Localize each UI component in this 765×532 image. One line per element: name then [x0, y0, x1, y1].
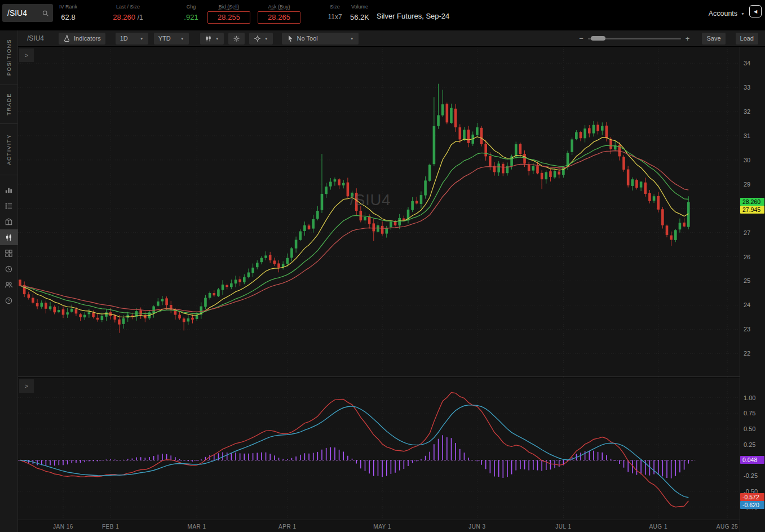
last-size-field: Last / Size 28.260 /1	[109, 4, 147, 21]
price-axis-label: 29	[744, 181, 750, 188]
panel-toggle-icon[interactable]: ◀	[749, 5, 762, 17]
range-dropdown[interactable]: YTD ▼	[154, 33, 189, 45]
size-field: Size 11x7	[325, 4, 345, 21]
drawing-tool-dropdown[interactable]: No Tool ▼	[282, 33, 359, 45]
time-axis-label: AUG 1	[649, 524, 667, 530]
time-axis-label: JUL 1	[555, 524, 571, 530]
timeframe-value: 1D	[120, 35, 128, 42]
sidebar-icon-rail: ?	[0, 182, 17, 308]
bid-field: Bid (Sell) 28.255	[207, 4, 250, 24]
crosshair-dropdown[interactable]: ▼	[249, 33, 273, 45]
macd-axis-label: 0.50	[744, 425, 755, 432]
left-sidebar: POSITIONS TRADE ACTIVITY	[0, 30, 18, 532]
last-size-label: Last / Size	[109, 4, 147, 10]
indicators-label: Indicators	[74, 35, 101, 42]
price-axis-label: 27	[744, 229, 750, 236]
time-axis-label: JUN 3	[468, 524, 485, 530]
zoom-out-icon[interactable]: −	[579, 34, 583, 43]
ask-label: Ask (Buy)	[258, 4, 300, 10]
sidebar-tab-positions[interactable]: POSITIONS	[0, 30, 17, 85]
symbol-search-input[interactable]: /SIU4	[2, 4, 53, 22]
chevron-down-icon: ▼	[741, 12, 745, 16]
bid-label: Bid (Sell)	[207, 4, 250, 10]
chart-settings-button[interactable]	[228, 33, 245, 45]
load-button[interactable]: Load	[736, 33, 758, 45]
chg-value: .921	[180, 13, 202, 21]
candlestick-type-icon	[205, 35, 212, 42]
time-axis-label: MAR 1	[188, 524, 206, 530]
expand-price-pane-button[interactable]: >	[19, 48, 34, 62]
quote-bar: /SIU4 IV Rank 62.8 Last / Size 28.260 /1…	[0, 0, 765, 30]
tool-label: No Tool	[297, 35, 347, 42]
chevron-down-icon: ▼	[264, 37, 268, 41]
price-axis-label: 30	[744, 157, 750, 163]
size-label: Size	[325, 4, 345, 10]
timeframe-dropdown[interactable]: 1D ▼	[116, 33, 148, 45]
ma-value-marker: 27.945	[740, 206, 764, 214]
time-axis-label: AUG 25	[717, 524, 739, 530]
save-button[interactable]: Save	[702, 33, 725, 45]
range-value: YTD	[158, 35, 171, 42]
price-axis-label: 23	[744, 326, 750, 333]
crosshair-icon	[254, 35, 261, 42]
time-axis-label: APR 1	[278, 524, 296, 530]
sidebar-tab-activity-label: ACTIVITY	[6, 134, 12, 165]
volume-value: 56.2K	[347, 13, 372, 21]
history-clock-icon[interactable]	[0, 261, 18, 277]
last-size: /1	[138, 14, 143, 21]
accounts-menu[interactable]: Accounts ▼	[709, 10, 745, 17]
grid-icon[interactable]	[0, 245, 18, 261]
price-axis-label: 26	[744, 254, 750, 260]
macd-pane[interactable]: >	[18, 378, 740, 520]
people-icon[interactable]	[0, 277, 18, 292]
price-chart-pane[interactable]: /SIU4 >	[18, 47, 740, 377]
size-value: 11x7	[325, 13, 345, 21]
bar-chart-icon[interactable]	[0, 182, 18, 198]
symbol-value: /SIU4	[7, 8, 42, 17]
ask-button[interactable]: 28.265	[258, 11, 300, 24]
ask-field: Ask (Buy) 28.265	[258, 4, 300, 24]
zoom-slider[interactable]	[588, 38, 681, 39]
candlestick-chart[interactable]	[18, 47, 740, 376]
zoom-slider-handle[interactable]	[591, 36, 605, 41]
bid-button[interactable]: 28.255	[207, 11, 250, 24]
zoom-in-icon[interactable]: +	[686, 34, 690, 43]
last-size-value: 28.260 /1	[109, 13, 147, 21]
price-axis-label: 22	[744, 350, 750, 357]
accounts-label: Accounts	[709, 10, 737, 17]
macd-line-marker: -0.572	[740, 493, 764, 501]
expand-macd-pane-button[interactable]: >	[19, 379, 34, 393]
time-axis[interactable]: JAN 16FEB 1MAR 1APR 1MAY 1JUN 3JUL 1AUG …	[18, 520, 740, 532]
watchlist-icon[interactable]	[0, 198, 18, 214]
price-axis-label: 24	[744, 302, 750, 308]
last-price: 28.260	[113, 13, 135, 21]
chart-symbol-label: /SIU4	[27, 34, 44, 42]
chart-candles-icon[interactable]	[0, 229, 18, 245]
macd-axis-label: 0.75	[744, 410, 755, 416]
time-axis-label: MAY 1	[373, 524, 391, 530]
iv-rank-label: IV Rank	[55, 4, 81, 10]
macd-chart[interactable]	[18, 378, 740, 520]
help-icon[interactable]: ?	[0, 292, 18, 308]
search-icon[interactable]	[42, 10, 49, 17]
flask-icon	[63, 35, 70, 42]
package-icon[interactable]	[0, 214, 18, 229]
macd-axis-label: 0.25	[744, 441, 755, 448]
indicators-button[interactable]: Indicators	[59, 33, 105, 45]
macd-axis-label: 1.00	[744, 394, 755, 401]
macd-signal-marker: -0.620	[740, 501, 764, 509]
sidebar-tab-activity[interactable]: ACTIVITY	[0, 124, 17, 175]
volume-field: Volume 56.2K	[347, 4, 372, 21]
chart-toolbar: /SIU4 Indicators 1D ▼ YTD ▼ ▼ ▼ No Tool …	[18, 30, 765, 47]
last-price-marker: 28.260	[740, 198, 764, 206]
time-axis-label: FEB 1	[102, 524, 119, 530]
volume-label: Volume	[347, 4, 372, 10]
chevron-down-icon: ▼	[350, 37, 354, 41]
chevron-down-icon: ▼	[215, 37, 219, 41]
sidebar-tab-trade[interactable]: TRADE	[0, 85, 17, 124]
chevron-down-icon: ▼	[140, 37, 144, 41]
macd-axis-label: -0.25	[744, 472, 758, 479]
chart-type-dropdown[interactable]: ▼	[200, 33, 224, 45]
price-axis-label: 25	[744, 277, 750, 284]
sidebar-tab-trade-label: TRADE	[6, 93, 12, 116]
